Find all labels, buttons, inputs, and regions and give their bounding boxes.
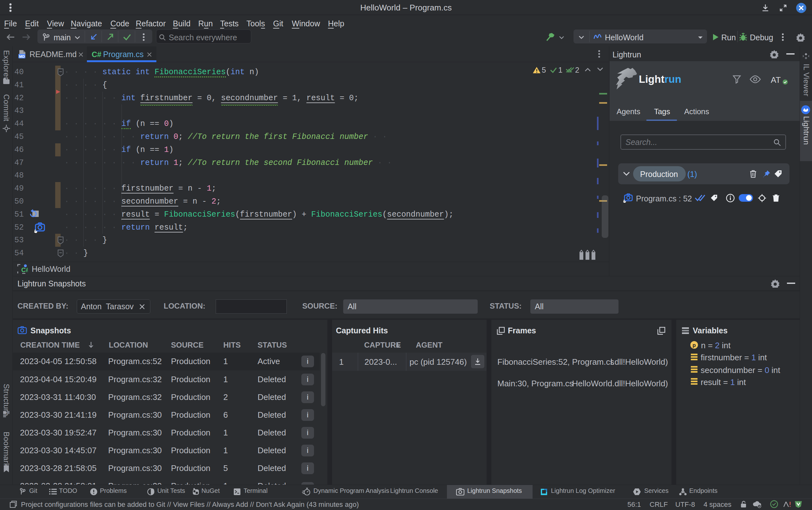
svg-text:MD: MD [19,55,25,58]
svg-text:p: p [692,342,696,348]
svg-text:C#: C# [21,266,28,273]
